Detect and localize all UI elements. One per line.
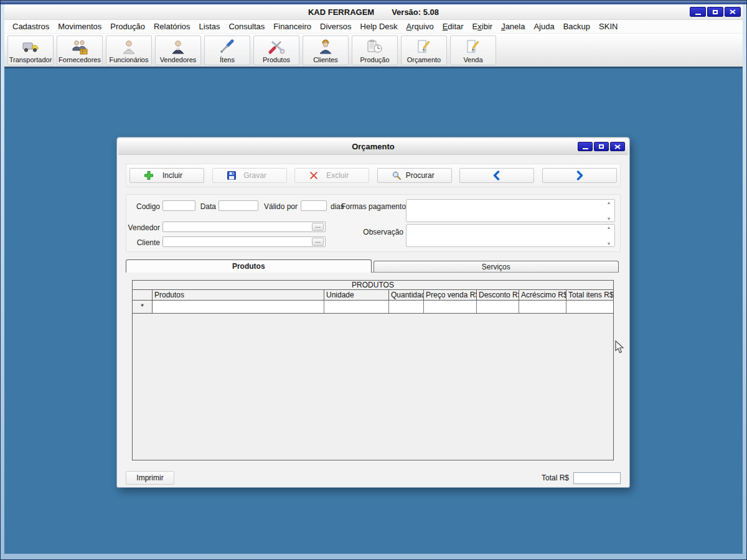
scroll-down-icon[interactable]: ▼ (607, 217, 611, 221)
orcamento-titlebar[interactable]: Orçamento (118, 139, 628, 155)
menu-item-cadastros[interactable]: Cadastros (8, 21, 54, 32)
main-toolbar: Transportador Fornecedores (4, 34, 743, 68)
tab-produtos[interactable]: Produtos (126, 259, 372, 273)
toolbar-button-venda[interactable]: Venda (450, 35, 496, 65)
grid-cell[interactable] (424, 301, 477, 313)
mouse-cursor (615, 340, 624, 354)
gravar-label: Gravar (237, 171, 274, 180)
incluir-button[interactable]: Incluir (129, 168, 204, 183)
imprimir-button[interactable]: Imprimir (126, 471, 174, 485)
total-group: Total R$ (542, 472, 621, 484)
formas-pagamento-scroll[interactable]: ▲ ▼ (604, 200, 613, 221)
menu-item-diversos[interactable]: Diversos (316, 21, 356, 32)
tab-servicos[interactable]: Serviços (374, 261, 619, 272)
toolbar-label: Funcionários (110, 56, 149, 63)
grid-column-produtos[interactable]: Produtos (153, 290, 324, 300)
grid-cell[interactable] (153, 301, 324, 313)
orcamento-close-button[interactable] (610, 142, 625, 151)
menu-item-skin[interactable]: SKIN (594, 21, 622, 32)
toolbar-button-funcionarios[interactable]: Funcionários (106, 35, 152, 65)
data-input[interactable] (218, 200, 258, 211)
toolbar-button-itens[interactable]: Ítens (204, 35, 250, 65)
menu-item-help-desk[interactable]: Help Desk (356, 21, 402, 32)
close-button[interactable] (725, 7, 741, 17)
excluir-button[interactable]: Excluir (294, 168, 369, 183)
menu-item-editar[interactable]: Editar (438, 21, 468, 32)
observacao-scroll[interactable]: ▲ ▼ (604, 225, 613, 246)
screwdriver-icon (218, 39, 237, 55)
toolbar-label: Ítens (220, 56, 235, 63)
grid-column-preco-venda[interactable]: Preço venda R$ (424, 290, 477, 300)
grid-cell[interactable] (389, 301, 424, 313)
next-record-button[interactable] (542, 168, 617, 183)
minimize-button[interactable] (690, 7, 706, 17)
formas-pagamento-textarea[interactable]: ▲ ▼ (406, 199, 615, 222)
scroll-up-icon[interactable]: ▲ (607, 225, 611, 230)
observacao-textarea[interactable]: ▲ ▼ (406, 224, 615, 247)
gravar-button[interactable]: Gravar (212, 168, 287, 183)
menu-item-relatorios[interactable]: Relatórios (149, 21, 195, 32)
toolbar-button-producao[interactable]: Produção (352, 35, 398, 65)
toolbar-button-clientes[interactable]: Clientes (303, 35, 349, 65)
orcamento-window-controls (578, 142, 625, 151)
close-icon (614, 144, 621, 149)
menu-item-listas[interactable]: Listas (195, 21, 225, 32)
codigo-label: Codigo (134, 202, 160, 211)
sale-icon (464, 39, 482, 55)
toolbar-button-fornecedores[interactable]: Fornecedores (57, 35, 103, 65)
previous-record-button[interactable] (459, 168, 534, 183)
menu-item-consultas[interactable]: Consultas (224, 21, 269, 32)
grid-new-row[interactable]: * (133, 301, 613, 314)
grid-cell[interactable] (324, 301, 389, 313)
products-grid: PRODUTOS Produtos Unidade Quantidade Pre… (132, 280, 614, 460)
scroll-up-icon[interactable]: ▲ (607, 200, 611, 205)
close-icon (730, 9, 736, 14)
toolbar-label: Orçamento (407, 56, 441, 63)
grid-column-selector[interactable] (133, 290, 153, 300)
grid-cell[interactable] (519, 301, 566, 313)
scroll-down-icon[interactable]: ▼ (607, 241, 611, 246)
orcamento-minimize-button[interactable] (578, 142, 593, 151)
employee-icon (120, 39, 138, 55)
toolbar-label: Clientes (313, 56, 338, 63)
toolbar-button-transportador[interactable]: Transportador (7, 35, 54, 65)
orcamento-maximize-button[interactable] (594, 142, 609, 151)
cliente-lookup-button[interactable]: ... (312, 238, 324, 246)
total-input[interactable] (573, 472, 621, 484)
menu-item-producao[interactable]: Produção (106, 21, 149, 32)
grid-column-quantidade[interactable]: Quantidade (389, 290, 424, 300)
production-icon (365, 39, 384, 55)
menu-item-movimentos[interactable]: Movimentos (54, 21, 106, 32)
grid-cell[interactable] (477, 301, 519, 313)
minimize-icon (695, 14, 701, 15)
toolbar-button-orcamento[interactable]: Orçamento (401, 35, 447, 65)
cliente-input[interactable]: ... (162, 236, 326, 247)
menu-item-ajuda[interactable]: Ajuda (529, 21, 558, 32)
maximize-button[interactable] (707, 7, 723, 17)
grid-column-acrescimo[interactable]: Acréscimo R$ (519, 290, 566, 300)
menu-item-backup[interactable]: Backup (559, 21, 594, 32)
valido-por-input[interactable] (301, 200, 327, 211)
codigo-input[interactable] (162, 200, 195, 211)
vendedor-input[interactable]: ... (162, 222, 326, 232)
tools-icon (267, 39, 286, 55)
grid-column-total-itens[interactable]: Total itens R$ (566, 290, 613, 300)
new-row-marker: * (133, 301, 153, 313)
menu-item-arquivo[interactable]: Arquivo (402, 21, 438, 32)
window-controls (690, 7, 741, 17)
toolbar-button-produtos[interactable]: Produtos (253, 35, 299, 65)
grid-column-desconto[interactable]: Desconto R$ (477, 290, 519, 300)
procurar-button[interactable]: Procurar (377, 168, 452, 183)
toolbar-label: Venda (463, 56, 482, 63)
toolbar-button-vendedores[interactable]: Vendedores (155, 35, 201, 65)
menu-item-financeiro[interactable]: Financeiro (269, 21, 316, 32)
grid-column-unidade[interactable]: Unidade (324, 290, 389, 300)
orcamento-tab-bar: Produtos Serviços (126, 259, 619, 273)
total-label: Total R$ (542, 474, 569, 482)
main-titlebar: KAD FERRAGEM Versão: 5.08 (4, 4, 743, 20)
menu-item-janela[interactable]: Janela (497, 21, 529, 32)
cliente-label: Cliente (128, 238, 160, 247)
vendedor-lookup-button[interactable]: ... (312, 223, 324, 231)
menu-item-exibir[interactable]: Exibir (468, 21, 497, 32)
grid-cell[interactable] (566, 301, 613, 313)
